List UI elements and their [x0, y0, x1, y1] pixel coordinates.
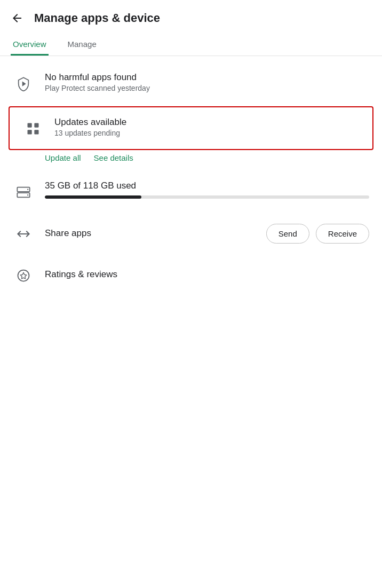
storage-bar-fill	[45, 195, 141, 199]
updates-actions: Update all See details	[0, 152, 382, 171]
play-protect-text: No harmful apps found Play Protect scann…	[45, 72, 369, 92]
svg-rect-3	[28, 130, 32, 134]
share-apps-label: Share apps	[45, 228, 91, 239]
updates-section: Updates available 13 updates pending	[9, 106, 373, 150]
share-apps-section: Share apps Send Receive	[0, 213, 382, 254]
updates-text: Updates available 13 updates pending	[54, 117, 360, 137]
svg-marker-0	[22, 81, 26, 86]
receive-button[interactable]: Receive	[316, 224, 369, 244]
play-protect-section: No harmful apps found Play Protect scann…	[0, 62, 382, 104]
svg-rect-2	[34, 123, 38, 128]
updates-subtitle: 13 updates pending	[54, 129, 360, 137]
storage-icon	[13, 182, 34, 203]
ratings-section: Ratings & reviews	[0, 254, 382, 296]
header: Manage apps & device	[0, 0, 382, 33]
page-title: Manage apps & device	[34, 11, 160, 25]
ratings-title: Ratings & reviews	[45, 269, 369, 280]
send-button[interactable]: Send	[266, 224, 309, 244]
content-area: No harmful apps found Play Protect scann…	[0, 56, 382, 302]
storage-bar	[45, 195, 369, 199]
back-button[interactable]	[9, 10, 26, 27]
update-all-button[interactable]: Update all	[45, 153, 81, 162]
share-buttons: Send Receive	[266, 224, 369, 244]
storage-section: 35 GB of 118 GB used	[0, 171, 382, 213]
updates-title: Updates available	[54, 117, 360, 128]
see-details-button[interactable]: See details	[94, 153, 133, 162]
storage-text: 35 GB of 118 GB used	[45, 181, 369, 199]
svg-rect-4	[34, 130, 38, 134]
tab-manage[interactable]: Manage	[66, 33, 99, 56]
svg-point-8	[27, 194, 28, 195]
storage-title: 35 GB of 118 GB used	[45, 181, 369, 191]
svg-point-9	[18, 270, 29, 281]
play-protect-subtitle: Play Protect scanned yesterday	[45, 84, 369, 92]
tab-overview[interactable]: Overview	[11, 33, 49, 56]
play-protect-title: No harmful apps found	[45, 72, 369, 83]
shield-icon	[13, 73, 34, 95]
star-icon	[13, 265, 34, 286]
ratings-text: Ratings & reviews	[45, 269, 369, 281]
tabs-bar: Overview Manage	[0, 33, 382, 56]
apps-grid-icon	[22, 118, 44, 139]
svg-rect-1	[28, 123, 32, 128]
svg-point-7	[27, 189, 28, 190]
share-icon	[13, 223, 34, 245]
